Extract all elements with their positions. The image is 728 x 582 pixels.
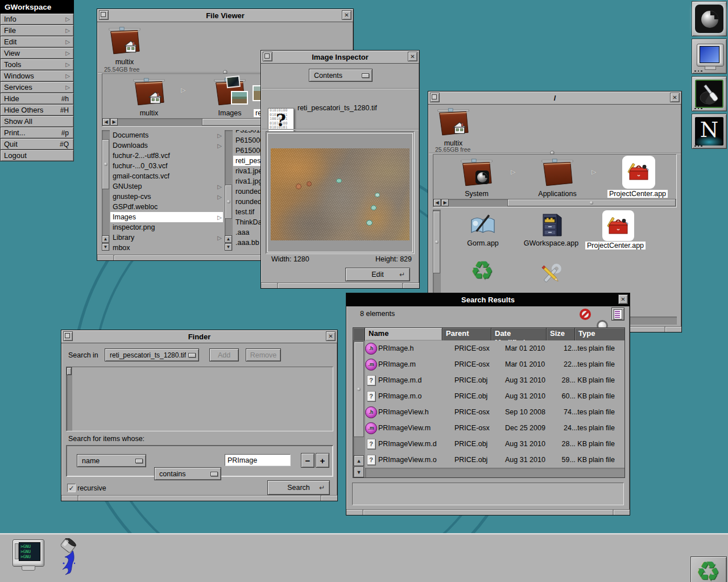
recycler-tile[interactable]: ♻ — [690, 556, 727, 582]
menu-item[interactable]: View ▷ — [0, 48, 74, 59]
scroll-left-arrow[interactable]: ◀ — [102, 118, 110, 126]
menu-item[interactable]: Edit ▷ — [0, 36, 74, 48]
file-list-item[interactable]: Documents ▷ — [110, 130, 223, 140]
scroll-up-arrow[interactable]: ▲ — [354, 455, 364, 466]
window-resize-bar[interactable] — [261, 282, 419, 288]
close-button[interactable]: ✕ — [408, 52, 417, 61]
column-header-type[interactable]: Type — [575, 328, 624, 340]
root-window-titlebar[interactable]: / ✕ — [428, 92, 681, 105]
shelf-app-terminal[interactable]: >GNU >GNU >GNU — [13, 539, 46, 575]
icon-gorm[interactable] — [469, 213, 497, 238]
icon-projectcenter[interactable] — [602, 210, 634, 241]
search-result-row[interactable]: ? PRImage.m.o PRICE.obj Aug 31 2010 60..… — [365, 388, 624, 404]
search-places-list[interactable] — [66, 367, 333, 431]
recycler-icon[interactable]: ♻ — [470, 257, 494, 284]
file-list-item[interactable]: GSPdf.webloc ▷ — [110, 202, 223, 212]
file-list-item[interactable]: Library ▷ — [110, 232, 223, 243]
search-term-input[interactable] — [225, 454, 291, 466]
search-result-row[interactable]: ? PRImageView.m.o PRICE.obj Aug 31 2010 … — [365, 452, 624, 468]
add-button[interactable]: Add — [209, 348, 239, 361]
scroll-knob[interactable] — [433, 211, 440, 273]
search-result-row[interactable]: .h ? PRImage.h PRICE-osx Mar 01 2010 12.… — [365, 340, 624, 356]
root-folder-icon[interactable] — [437, 107, 469, 138]
shelf-app-ink[interactable] — [56, 538, 88, 576]
file-list-item[interactable]: fuchur-2...-utf8.vcf ▷ — [110, 151, 223, 161]
menu-item[interactable]: Show All ▷ — [0, 116, 74, 127]
file-list-item[interactable]: gmail-contacts.vcf ▷ — [110, 171, 223, 181]
menu-item[interactable]: Hide #h ▷ — [0, 93, 74, 105]
shelf-item-system[interactable] — [461, 158, 493, 189]
menu-item[interactable]: Tools ▷ — [0, 59, 74, 70]
dock-tile-toolbox[interactable] — [692, 76, 727, 111]
scroll-right-arrow[interactable]: ▶ — [441, 199, 449, 206]
menu-item[interactable]: Info ▷ — [0, 14, 74, 25]
vertical-scrollbar[interactable]: ▲ ▼ — [225, 130, 233, 251]
search-result-row[interactable]: ? PRImageView.m.d PRICE.obj Aug 31 2010 … — [365, 436, 624, 452]
stop-search-icon[interactable] — [580, 309, 591, 320]
shelf-item-projectcenter[interactable] — [622, 156, 655, 189]
column-header-date[interactable]: Date Modified — [491, 328, 547, 340]
miniaturize-button[interactable] — [263, 52, 272, 61]
icon-gworkspace[interactable] — [537, 212, 565, 238]
miniaturize-button[interactable] — [99, 10, 109, 20]
close-button[interactable]: ✕ — [326, 331, 336, 341]
column-header-size[interactable]: Size — [547, 328, 575, 340]
column-header-parent[interactable]: Parent — [442, 328, 491, 340]
search-button[interactable]: Search ↵ — [267, 480, 330, 495]
close-button[interactable]: ✕ — [670, 93, 680, 102]
shelf-item-images[interactable] — [214, 77, 248, 109]
scroll-knob[interactable] — [507, 199, 676, 206]
file-list-item[interactable]: GNUstep ▷ — [110, 181, 223, 192]
menu-item[interactable]: File ▷ — [0, 25, 74, 36]
menu-item[interactable]: Print... #p ▷ — [0, 127, 74, 139]
scroll-down-arrow[interactable]: ▼ — [225, 243, 232, 251]
file-list-item[interactable]: fuchur-...0_03.vcf ▷ — [110, 161, 223, 171]
menu-title[interactable]: GWorkspace — [0, 0, 74, 14]
menu-item[interactable]: Services ▷ — [0, 82, 74, 93]
contents-popup[interactable]: Contents — [309, 69, 373, 82]
close-button[interactable]: ✕ — [342, 10, 351, 20]
remove-button[interactable]: Remove — [246, 348, 281, 361]
scroll-knob[interactable] — [354, 342, 364, 437]
shelf-item-multix[interactable] — [133, 77, 165, 108]
add-criterion-button[interactable]: + — [316, 453, 329, 468]
file-list-item[interactable]: Downloads ▷ — [110, 140, 223, 151]
search-results-titlebar[interactable]: Search Results ✕ — [346, 293, 630, 306]
recursive-checkbox[interactable]: ✓ — [67, 484, 76, 492]
file-list-item[interactable]: inspector.png ▷ — [110, 222, 223, 232]
scroll-right-arrow[interactable]: ▶ — [110, 118, 118, 126]
search-scope-popup[interactable]: reti_pescatori_ts_1280.tif — [105, 348, 199, 361]
image-inspector-titlebar[interactable]: Image Inspector ✕ — [261, 51, 419, 64]
search-result-row[interactable]: ? PRImage.m.d PRICE.obj Aug 31 2010 28..… — [365, 372, 624, 388]
scroll-left-arrow[interactable]: ◀ — [433, 199, 441, 206]
search-result-row[interactable]: .h ? PRImageView.h PRICE-osx Sep 10 2008… — [365, 404, 624, 420]
scroll-up-arrow[interactable]: ▲ — [102, 235, 109, 243]
tools-icon[interactable] — [536, 262, 566, 287]
scroll-knob[interactable] — [102, 139, 109, 189]
vertical-scrollbar[interactable]: ▲ ▼ — [102, 130, 110, 251]
file-list-item[interactable]: Images ▷ — [110, 212, 223, 222]
dock-tile-netscape[interactable]: N — [692, 114, 727, 149]
search-result-row[interactable]: .m ? PRImage.m PRICE-osx Mar 01 2010 22.… — [365, 356, 624, 372]
menu-item[interactable]: Windows ▷ — [0, 70, 74, 82]
file-viewer-titlebar[interactable]: File Viewer ✕ — [97, 9, 353, 22]
vertical-scrollbar[interactable]: ▲ ▼ — [353, 340, 365, 477]
window-resize-bar[interactable] — [61, 495, 337, 501]
close-button[interactable]: ✕ — [618, 294, 628, 304]
menu-item[interactable]: Logout ▷ — [0, 150, 74, 161]
operator-popup[interactable]: contains — [154, 467, 221, 480]
file-list-item[interactable]: mbox ▷ — [110, 243, 223, 251]
edit-button[interactable]: Edit ↵ — [345, 268, 410, 281]
shelf-item-applications[interactable] — [541, 158, 573, 189]
search-result-row[interactable]: .m ? PRImageView.m PRICE-osx Dec 25 2009… — [365, 420, 624, 436]
remove-criterion-button[interactable]: − — [301, 453, 315, 468]
scroll-knob[interactable] — [225, 185, 232, 219]
column-header-name[interactable]: Name — [365, 328, 442, 340]
file-list-item[interactable]: gnustep-cvs ▷ — [110, 192, 223, 202]
menu-item[interactable]: Quit #Q ▷ — [0, 139, 74, 150]
root-folder-icon[interactable] — [109, 26, 140, 57]
dock-tile-terminal[interactable] — [692, 39, 727, 74]
menu-item[interactable]: Hide Others #H ▷ — [0, 105, 74, 116]
list-scroll-strip[interactable] — [67, 367, 72, 431]
miniaturize-button[interactable] — [430, 93, 440, 102]
